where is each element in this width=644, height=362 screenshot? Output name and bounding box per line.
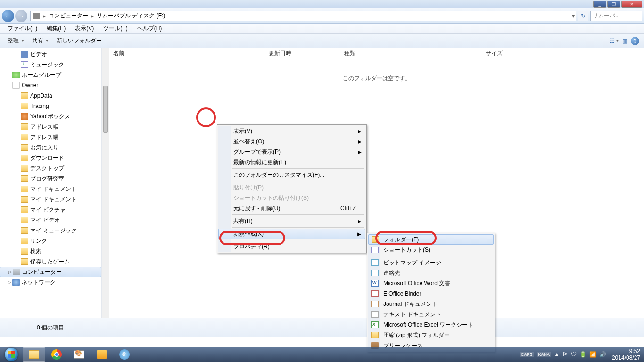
tree-item[interactable]: マイ ピクチャ — [0, 205, 101, 215]
close-button[interactable]: ✕ — [621, 1, 642, 8]
submenu-item[interactable]: ショートカット(S) — [368, 245, 494, 255]
tree-item[interactable]: Tracing — [0, 101, 101, 111]
paint-icon — [74, 350, 84, 359]
ctx-sort[interactable]: 並べ替え(O)▶ — [218, 136, 365, 147]
breadcrumb-drive[interactable]: リムーバブル ディスク (F:) — [95, 12, 167, 20]
ime-kana[interactable]: KANA — [537, 352, 552, 357]
explorer-icon — [29, 350, 39, 359]
tree-item[interactable]: AppData — [0, 90, 101, 101]
col-size[interactable]: サイズ — [482, 49, 529, 58]
tree-item[interactable]: 検索 — [0, 246, 101, 256]
tree-item[interactable]: デスクトップ — [0, 163, 101, 173]
maximize-button[interactable]: ❐ — [607, 1, 620, 8]
navigation-tree[interactable]: ビデオミュージックホームグループOwnerAppDataTracingYahoo… — [0, 48, 102, 318]
ctx-customize[interactable]: このフォルダーのカスタマイズ(F)... — [218, 170, 365, 180]
tree-item[interactable]: マイ ミュージック — [0, 225, 101, 236]
submenu-item[interactable]: Microsoft Office Word 文書 — [368, 278, 494, 288]
tree-item[interactable]: Yahoo!ボックス — [0, 111, 101, 122]
col-modified[interactable]: 更新日時 — [265, 49, 340, 58]
tray-icon[interactable]: 🏳 — [562, 351, 568, 358]
tree-item[interactable]: ▷コンピューター — [0, 267, 101, 277]
taskbar-explorer[interactable] — [23, 347, 45, 362]
tree-item[interactable]: マイ ドキュメント — [0, 184, 101, 194]
file-type-icon — [371, 280, 379, 287]
back-button[interactable]: ← — [2, 10, 14, 22]
tree-item[interactable]: リンク — [0, 236, 101, 246]
folder-icon — [21, 217, 28, 223]
tree-item[interactable]: ホームグループ — [0, 70, 101, 80]
new-folder-button[interactable]: 新しいフォルダー — [53, 37, 106, 45]
tree-item[interactable]: ミュージック — [0, 59, 101, 70]
tray-volume-icon[interactable]: 🔊 — [599, 351, 606, 358]
tree-item[interactable]: Owner — [0, 80, 101, 90]
ctx-undo[interactable]: 元に戻す - 削除(U)Ctrl+Z — [218, 203, 365, 214]
tree-item[interactable]: アドレス帳 — [0, 122, 101, 132]
col-name[interactable]: 名前 — [109, 49, 265, 58]
tree-item[interactable]: 保存したゲーム — [0, 256, 101, 267]
tree-item-label: マイ ミュージック — [30, 227, 77, 235]
tree-item[interactable]: ▷ネットワーク — [0, 277, 101, 288]
address-dropdown-icon[interactable]: ▾ — [571, 13, 576, 19]
ctx-group[interactable]: グループで表示(P)▶ — [218, 147, 365, 157]
tree-item-label: アドレス帳 — [30, 123, 58, 131]
taskbar-chrome[interactable] — [45, 347, 68, 362]
submenu-item[interactable]: EIOffice Binder — [368, 288, 494, 299]
tray-icon[interactable]: 🔋 — [579, 351, 586, 358]
submenu-item[interactable]: Journal ドキュメント — [368, 299, 494, 309]
tray-network-icon[interactable]: 📶 — [589, 351, 596, 358]
tree-item-label: ホームグループ — [22, 71, 61, 79]
start-button[interactable] — [0, 347, 23, 362]
taskbar-paint[interactable] — [68, 347, 91, 362]
help-button[interactable]: ? — [630, 36, 640, 46]
share-button[interactable]: 共有▼ — [28, 37, 53, 45]
item-count: 0 個の項目 — [37, 324, 64, 332]
submenu-item[interactable]: 圧縮 (zip 形式) フォルダー — [368, 330, 494, 340]
tree-item[interactable]: ビデオ — [0, 49, 101, 59]
taskbar-ie[interactable] — [113, 347, 136, 362]
address-bar[interactable]: ▸ コンピューター ▸ リムーバブル ディスク (F:) ▾ — [30, 11, 576, 21]
scrollbar-thumb[interactable] — [103, 86, 108, 133]
col-type[interactable]: 種類 — [340, 49, 482, 58]
search-input[interactable]: リムーバ... — [590, 11, 642, 21]
ime-caps[interactable]: CAPS — [520, 352, 534, 357]
ctx-share[interactable]: 共有(H)▶ — [218, 216, 365, 226]
file-type-icon — [371, 332, 379, 338]
expander-icon[interactable]: ▷ — [7, 280, 12, 285]
tray-expand-icon[interactable]: ▲ — [554, 351, 560, 358]
system-tray[interactable]: CAPS KANA ▲ 🏳 🛡 🔋 📶 🔊 9:52 2014/08/27 — [516, 348, 644, 362]
tree-item[interactable]: お気に入り — [0, 142, 101, 153]
menu-file[interactable]: ファイル(F) — [3, 25, 42, 33]
expander-icon[interactable]: ▷ — [7, 270, 13, 274]
submenu-item[interactable]: テキスト ドキュメント — [368, 309, 494, 320]
ctx-view[interactable]: 表示(V)▶ — [218, 126, 365, 136]
submenu-item[interactable]: 連絡先 — [368, 268, 494, 278]
breadcrumb-computer[interactable]: コンピューター — [47, 12, 90, 20]
taskbar-clock[interactable]: 9:52 2014/08/27 — [612, 348, 640, 362]
menu-view[interactable]: 表示(V) — [70, 25, 99, 33]
tree-item[interactable]: アドレス帳 — [0, 132, 101, 142]
minimize-button[interactable]: _ — [593, 1, 606, 8]
ctx-new[interactable]: 新規作成(X)▶ — [218, 229, 365, 239]
submenu-item[interactable]: フォルダー(F) — [368, 234, 494, 245]
tree-item[interactable]: マイ ビデオ — [0, 215, 101, 225]
menu-tools[interactable]: ツール(T) — [99, 25, 132, 33]
ctx-paste: 貼り付け(P) — [218, 182, 365, 193]
forward-button[interactable]: → — [15, 10, 27, 22]
refresh-button[interactable]: ↻ — [578, 11, 588, 21]
tray-icon[interactable]: 🛡 — [571, 351, 577, 358]
tree-item-label: コンピューター — [22, 268, 62, 276]
submenu-item[interactable]: ビットマップ イメージ — [368, 257, 494, 268]
sidebar-scrollbar[interactable] — [102, 48, 109, 318]
preview-pane-button[interactable]: ▥ — [619, 36, 630, 46]
submenu-item[interactable]: Microsoft Office Excel ワークシート — [368, 320, 494, 330]
menu-edit[interactable]: 編集(E) — [42, 25, 70, 33]
tree-item[interactable]: ダウンロード — [0, 153, 101, 163]
taskbar-outlook[interactable] — [91, 347, 113, 362]
menu-help[interactable]: ヘルプ(H) — [132, 25, 167, 33]
tree-item[interactable]: マイ ドキュメント — [0, 194, 101, 205]
ctx-refresh[interactable]: 最新の情報に更新(E) — [218, 157, 365, 167]
tree-item[interactable]: ブログ研究室 — [0, 173, 101, 184]
view-mode-button[interactable]: ☷▼ — [609, 36, 619, 46]
ctx-properties[interactable]: プロパティ(R) — [218, 241, 365, 252]
organize-button[interactable]: 整理▼ — [4, 37, 28, 45]
